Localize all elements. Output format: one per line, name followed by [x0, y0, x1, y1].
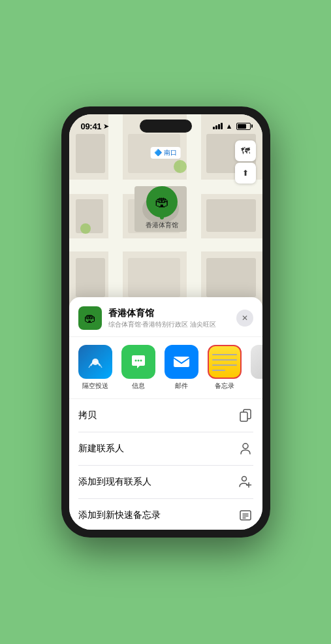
close-button[interactable]: ✕	[236, 310, 253, 327]
apps-scroll-area[interactable]: 隔空投送 信息	[69, 337, 262, 399]
action-quick-note-label: 添加到新快速备忘录	[78, 509, 161, 521]
battery-icon	[236, 123, 251, 130]
action-copy-label: 拷贝	[78, 410, 97, 421]
apps-row: 隔空投送 信息	[78, 345, 253, 391]
venue-emoji: 🏟	[155, 193, 169, 210]
svg-rect-11	[76, 258, 105, 297]
action-add-contact[interactable]: 添加到现有联系人	[78, 466, 253, 499]
action-quick-note[interactable]: 添加到新快速备忘录	[78, 499, 253, 530]
map-label: 🔷 南口	[150, 147, 181, 159]
svg-rect-5	[76, 134, 105, 173]
messages-icon	[121, 345, 155, 379]
svg-point-26	[242, 477, 246, 481]
map-controls: 🗺 ⬆	[235, 140, 256, 184]
venue-info: 香港体育馆 综合体育馆·香港特别行政区 油尖旺区	[108, 308, 230, 329]
venue-pin: 🏟 香港体育馆	[146, 186, 178, 230]
app-mail[interactable]: 邮件	[165, 345, 198, 391]
venue-subtitle: 综合体育馆·香港特别行政区 油尖旺区	[108, 320, 230, 329]
notes-lines	[212, 354, 237, 371]
mail-icon	[165, 345, 198, 379]
svg-rect-13	[206, 258, 256, 297]
notes-icon	[208, 345, 242, 379]
venue-title: 香港体育馆	[108, 308, 230, 319]
person-icon	[238, 441, 253, 457]
signal-bars	[213, 123, 223, 129]
phone-frame: 09:41 ➤ ▲	[61, 106, 270, 538]
location-icon: ➤	[103, 122, 109, 131]
venue-map-label: 香港体育馆	[146, 221, 178, 230]
svg-rect-12	[128, 258, 180, 297]
messages-label: 信息	[132, 381, 145, 391]
bottom-sheet: 🏟 香港体育馆 综合体育馆·香港特别行政区 油尖旺区 ✕	[69, 297, 262, 530]
airdrop-icon	[78, 345, 112, 379]
svg-rect-3	[108, 114, 123, 310]
svg-rect-2	[69, 238, 262, 251]
wifi-icon: ▲	[226, 122, 233, 130]
location-button[interactable]: ⬆	[235, 163, 256, 184]
app-notes[interactable]: 备忘录	[208, 345, 242, 391]
dynamic-island	[140, 120, 192, 133]
mail-label: 邮件	[175, 381, 188, 391]
notes-label: 备忘录	[215, 381, 234, 391]
app-airdrop[interactable]: 隔空投送	[78, 345, 112, 391]
status-time: 09:41	[81, 121, 102, 131]
action-list: 拷贝 新建联系人	[69, 399, 262, 530]
map-type-button[interactable]: 🗺	[235, 140, 256, 161]
svg-point-25	[243, 443, 248, 449]
airdrop-label: 隔空投送	[82, 381, 108, 391]
action-add-contact-label: 添加到现有联系人	[78, 476, 151, 488]
svg-rect-22	[174, 357, 189, 367]
svg-point-20	[137, 360, 139, 362]
person-add-icon	[238, 474, 253, 490]
svg-rect-24	[240, 412, 247, 421]
app-more[interactable]: 推	[251, 345, 262, 391]
svg-point-19	[134, 360, 136, 362]
action-new-contact-label: 新建联系人	[78, 443, 124, 455]
phone-screen: 09:41 ➤ ▲	[69, 114, 262, 530]
svg-rect-29	[240, 511, 251, 520]
svg-point-17	[80, 223, 91, 234]
pin-circle: 🏟	[146, 186, 178, 217]
more-icon	[251, 345, 262, 379]
action-copy[interactable]: 拷贝	[78, 399, 253, 432]
map-area[interactable]: 🔷 南口 🗺 ⬆ 🏟 香港体育馆	[69, 114, 262, 310]
svg-rect-4	[187, 114, 201, 310]
status-icons: ▲	[213, 122, 251, 130]
svg-point-21	[140, 360, 142, 362]
svg-point-16	[174, 160, 187, 173]
copy-icon	[238, 408, 253, 423]
svg-rect-10	[206, 199, 256, 232]
app-messages[interactable]: 信息	[121, 345, 155, 391]
quick-note-icon	[238, 507, 253, 523]
sheet-header: 🏟 香港体育馆 综合体育馆·香港特别行政区 油尖旺区 ✕	[69, 297, 262, 337]
venue-sheet-icon: 🏟	[78, 306, 102, 330]
action-new-contact[interactable]: 新建联系人	[78, 432, 253, 466]
